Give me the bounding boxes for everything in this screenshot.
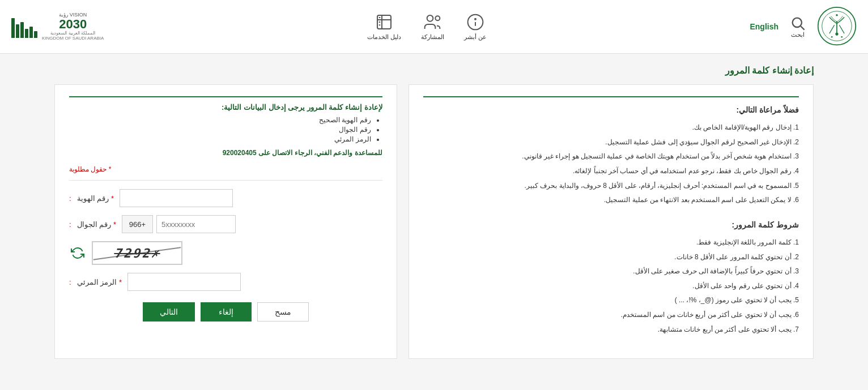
id-number-input[interactable] — [120, 189, 233, 207]
password-item-7: 7. يجب ألا تحتوي على أكثر من أربع خانات … — [423, 324, 799, 336]
password-item-4: 4. أن تحتوي على رقم واحد على الأقل. — [423, 280, 799, 293]
refresh-icon — [71, 246, 84, 260]
header-right: VISION رؤية 2030 المملكة العربية السعودي… — [11, 12, 104, 41]
cancel-button[interactable]: إلغاء — [201, 302, 252, 322]
info-circle-icon — [466, 13, 484, 31]
consider-list: 1. إدخال رقم الهوية/الإقامة الخاص بك. 2.… — [423, 122, 799, 207]
book-icon — [375, 13, 393, 31]
bar-chart-icon — [11, 15, 37, 38]
vision-logo: VISION رؤية 2030 المملكة العربية السعودي… — [11, 12, 104, 41]
english-language-link[interactable]: English — [750, 22, 778, 31]
svg-point-3 — [835, 32, 838, 35]
mobile-row: +966 * رقم الجوال : — [69, 215, 382, 233]
form-top-separator — [69, 96, 382, 97]
id-number-row: * رقم الهوية : — [69, 189, 382, 207]
captcha-input[interactable] — [127, 273, 241, 291]
support-text: للمساعدة والدعم الفني، الرجاء الاتصال عل… — [69, 149, 382, 157]
form-intro-list: رقم الهوية الصحيح رقم الجوال الرمز المرئ… — [69, 116, 382, 143]
captcha-label: * الرمز المرئي — [77, 278, 122, 286]
form-divider — [69, 180, 382, 181]
nav-about-label: عن أبشر — [464, 33, 487, 41]
svg-point-12 — [427, 15, 433, 22]
consider-item-3: 3. استخدام هوية شخص آخر بدلاً من استخدام… — [423, 151, 799, 163]
page-title: إعادة إنشاء كلمة المرور — [725, 66, 814, 75]
nav-services-label: دليل الخدمات — [367, 33, 401, 41]
consider-item-6: 6. لا يمكن التعديل على اسم المستخدم بعد … — [423, 194, 799, 207]
form-intro-title: لإعادة إنشاء كلمة المرور يرجى إدخال البي… — [69, 103, 382, 112]
svg-line-8 — [801, 26, 804, 29]
form-intro-item-2: رقم الجوال — [69, 126, 371, 134]
nav-item-about[interactable]: عن أبشر — [464, 13, 487, 41]
search-label: ابحث — [791, 31, 805, 38]
mobile-input[interactable] — [156, 215, 236, 233]
vision-year: 2030 — [42, 18, 104, 31]
top-separator — [423, 96, 799, 97]
form-intro-item-1: رقم الهوية الصحيح — [69, 116, 371, 124]
main-content: إعادة إنشاء كلمة المرور فضلاً مراعاة الت… — [37, 54, 831, 370]
consider-item-4: 4. رقم الجوال خاص بك فقط، نرجو عدم استخد… — [423, 165, 799, 178]
header-left: ابحث English — [750, 6, 857, 48]
form-buttons: التالي إلغاء مسح — [69, 302, 382, 322]
password-item-2: 2. أن تحتوي كلمة المرور على الأقل 8 خانا… — [423, 251, 799, 264]
password-list: 1. كلمة المرور باللغة الإنجليزية فقط. 2.… — [423, 237, 799, 336]
svg-point-4 — [836, 14, 838, 16]
kingdom-label: المملكة العربية السعوديةKINGDOM OF SAUDI… — [42, 31, 104, 41]
vision-text-block: VISION رؤية 2030 المملكة العربية السعودي… — [42, 12, 104, 41]
nav-item-services[interactable]: دليل الخدمات — [367, 13, 401, 41]
search-button[interactable]: ابحث — [790, 15, 806, 38]
password-title: شروط كلمة المرور: — [423, 218, 799, 232]
id-number-label: * رقم الهوية — [77, 194, 114, 203]
form-panel: لإعادة إنشاء كلمة المرور يرجى إدخال البي… — [54, 84, 397, 359]
form-intro-item-3: الرمز المرئي — [69, 135, 371, 143]
password-item-6: 6. يجب أن لا تحتوي على أكثر من أربع خانا… — [423, 309, 799, 322]
country-code: +966 — [122, 215, 153, 233]
header: ابحث English عن أبشر المشاركة — [0, 0, 868, 54]
search-icon — [790, 15, 806, 31]
consider-item-2: 2. الإدخال غير الصحيح لرقم الجوال سيؤدي … — [423, 136, 799, 149]
nav-participation-label: المشاركة — [421, 33, 444, 41]
logo — [817, 6, 857, 48]
captcha-row: ✗7292 — [69, 241, 382, 265]
consider-item-5: 5. المسموح به في اسم المستخدم: أحرف إنجل… — [423, 180, 799, 192]
captcha-input-row: * الرمز المرئي : — [69, 273, 382, 291]
content-wrapper: فضلاً مراعاة التالي: 1. إدخال رقم الهوية… — [54, 84, 814, 359]
nav-item-participation[interactable]: المشاركة — [421, 13, 444, 41]
consider-title: فضلاً مراعاة التالي: — [423, 103, 799, 117]
captcha-refresh-button[interactable] — [69, 245, 86, 262]
mobile-input-group: +966 — [122, 215, 236, 233]
svg-point-6 — [841, 36, 843, 37]
required-note: * حقول مطلوبة — [69, 165, 382, 173]
svg-point-7 — [793, 18, 802, 27]
nav-icons: عن أبشر المشاركة دليل الخدمات — [367, 13, 487, 41]
password-item-5: 5. يجب أن لا تحتوي على رموز (@_، %!، ...… — [423, 294, 799, 307]
next-button[interactable]: التالي — [143, 302, 195, 322]
clear-button[interactable]: مسح — [257, 302, 309, 322]
instructions-panel: فضلاً مراعاة التالي: 1. إدخال رقم الهوية… — [409, 84, 814, 359]
password-item-1: 1. كلمة المرور باللغة الإنجليزية فقط. — [423, 237, 799, 249]
password-item-3: 3. أن تحتوي حرفاً كبيراً بالإضافة الى حر… — [423, 265, 799, 278]
people-icon — [423, 13, 441, 31]
svg-point-13 — [436, 16, 440, 20]
captcha-image: ✗7292 — [92, 241, 182, 265]
mobile-label: * رقم الجوال — [77, 220, 116, 229]
consider-item-1: 1. إدخال رقم الهوية/الإقامة الخاص بك. — [423, 122, 799, 134]
page-title-bar: إعادة إنشاء كلمة المرور — [54, 65, 814, 76]
svg-point-5 — [831, 36, 833, 37]
